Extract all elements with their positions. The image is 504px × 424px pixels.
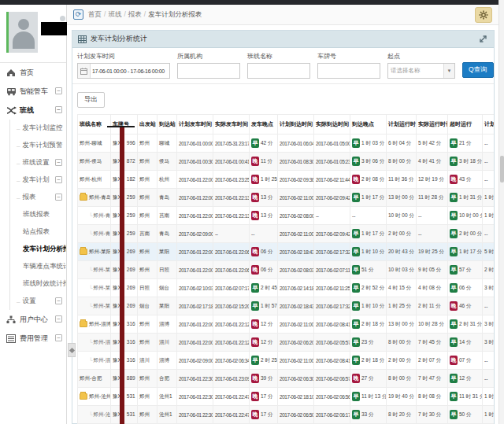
table-row[interactable]: └郑州-淄博豫X316郑州淄川2017-06-01 22:002017-06-0…: [78, 334, 495, 352]
folder-icon[interactable]: [80, 194, 87, 201]
expander-icon[interactable]: −: [55, 159, 62, 166]
sidebar-item-报表[interactable]: –报表−: [10, 189, 66, 206]
table-row[interactable]: 郑州-聊城豫X996郑州聊城2017-06-01 00:002017-05-31…: [78, 135, 495, 153]
sidebar-item-班线设置[interactable]: –班线设置−: [10, 154, 66, 171]
sidebar-item-发车计划[interactable]: –发车计划−: [10, 171, 66, 189]
sidebar-item-车辆准点率统计[interactable]: 车辆准点率统计: [10, 258, 66, 275]
sidebar-item-班线[interactable]: 班线−: [0, 101, 66, 120]
table-row[interactable]: └郑州-淄博豫X316淄川淄博2017-06-02 09:002017-06-0…: [78, 352, 495, 370]
expander-icon[interactable]: −: [55, 194, 62, 201]
sidebar-item-发车计划分析报表[interactable]: 发车计划分析报表: [10, 241, 66, 258]
column-header-实际发车时间[interactable]: 实际发车时间: [213, 115, 250, 135]
table-row[interactable]: └郑州-莱阳豫X269日照烟台2017-06-02 10:032017-06-0…: [78, 279, 495, 297]
query-button[interactable]: Q查询: [462, 62, 494, 78]
sidebar-item-班线报表[interactable]: 班线报表: [10, 206, 66, 223]
early-badge: 早: [450, 319, 458, 329]
table-row[interactable]: 郑州-淄博豫X316郑州淄博2017-06-01 22:002017-06-01…: [78, 315, 495, 334]
table-row[interactable]: 郑州-杭州豫X182郑州杭州2017-06-01 22:002017-06-01…: [78, 171, 495, 189]
vertical-scrollbar[interactable]: [498, 0, 504, 424]
expander-icon[interactable]: −: [55, 315, 62, 323]
breadcrumb-item[interactable]: 班线: [108, 10, 121, 18]
column-header-实际到达时间[interactable]: 实际到达时间: [314, 115, 350, 135]
plan-duration-cell: 13 时 00 分: [387, 189, 417, 207]
table-row[interactable]: └郑州-沧州豫X531郑州沧州12017-06-01 22:302017-06-…: [78, 406, 495, 424]
sidebar-item-设置[interactable]: –设置−: [10, 293, 66, 310]
arrival-delay-cell: 早2 时 18 分: [350, 315, 387, 334]
expander-icon[interactable]: −: [55, 176, 62, 183]
folder-icon[interactable]: [80, 321, 87, 327]
expander-icon[interactable]: −: [55, 297, 62, 304]
table-row[interactable]: └郑州-青岛豫X259郑州莒南2017-06-01 22:002017-06-0…: [78, 207, 495, 225]
breadcrumb[interactable]: 首页/班线/报表/发车计划分析报表: [88, 10, 202, 20]
breadcrumb-item[interactable]: 报表: [128, 10, 142, 18]
plan-departure-cell: 2017-06-01 22:00: [177, 189, 213, 207]
to-station-cell: 聊城: [158, 135, 177, 153]
sidebar-item-首页[interactable]: 首页: [0, 63, 66, 82]
column-header-计划发车时间[interactable]: 计划发车时间: [177, 115, 213, 135]
sidebar-collapse-toggle[interactable]: [68, 343, 76, 357]
sidebar-item-发车计划监控[interactable]: –发车计划监控: [10, 120, 66, 137]
sidebar-item-智能管车[interactable]: 智能管车−: [0, 82, 66, 101]
sidebar-item-费用管理[interactable]: 费用管理−: [0, 329, 66, 348]
late-badge: 晚: [251, 193, 259, 202]
column-header-到达站[interactable]: 到达站: [158, 115, 177, 135]
expander-icon[interactable]: −: [55, 334, 62, 341]
breadcrumb-item[interactable]: 发车计划分析报表: [148, 10, 202, 18]
gear-button[interactable]: [475, 7, 492, 23]
overtime-cell: 早14 分: [448, 334, 483, 352]
table-row[interactable]: └郑州-莱阳豫X269烟台莱阳2017-06-02 17:182017-06-0…: [78, 297, 495, 315]
expand-panel-icon[interactable]: [478, 34, 488, 44]
column-header-计划运行时长[interactable]: 计划运行时长: [387, 115, 417, 135]
route-name-input[interactable]: [248, 64, 309, 78]
sidebar-item-站点报表[interactable]: 站点报表: [10, 223, 66, 241]
extra-cell: 2 时: [483, 261, 495, 279]
table-row[interactable]: 郑州-沧州豫X531郑州沧州12017-06-01 22:302017-06-0…: [78, 388, 495, 406]
column-header-超时运行[interactable]: 超时运行: [448, 115, 483, 135]
actual-arrival-cell: 2017-06-01 05:00: [314, 135, 350, 153]
column-header-发车晚点[interactable]: 发车晚点: [250, 115, 278, 135]
extra-cell: 1 时: [483, 406, 495, 424]
folder-icon[interactable]: [80, 249, 87, 255]
column-header-计划到达时间[interactable]: 计划到达时间: [278, 115, 314, 135]
folder-icon[interactable]: [80, 393, 87, 400]
table-row[interactable]: └郑州-莱阳豫X269郑州日照2017-06-01 22:002017-06-0…: [78, 261, 495, 279]
table-row[interactable]: 郑州-合肥豫X889郑州合肥2017-06-01 22:302017-06-01…: [78, 370, 495, 388]
table-row[interactable]: └郑州-青岛豫X259莒南青岛2017-06-02 09:00----2017-…: [78, 225, 495, 243]
table-row[interactable]: 郑州-莱阳豫X269郑州莱阳2017-06-01 22:002017-06-01…: [78, 243, 495, 261]
to-station-cell: 杭州: [158, 171, 177, 189]
from-station-cell: 烟台: [138, 297, 158, 315]
route-cell: └郑州-淄博: [78, 352, 111, 370]
expander-icon[interactable]: −: [55, 106, 62, 113]
column-header-出发站[interactable]: 出发站: [138, 115, 158, 135]
table-row[interactable]: 郑州-青岛豫X259郑州青岛2017-06-01 22:002017-06-01…: [78, 189, 495, 207]
sidebar-item-用户中心[interactable]: 用户中心−: [0, 310, 66, 329]
column-header-计划[interactable]: 计划: [483, 115, 495, 135]
plate-number-input[interactable]: [318, 64, 380, 78]
early-badge: 早: [352, 229, 360, 238]
sidebar-item-发车计划预警[interactable]: –发车计划预警: [10, 137, 66, 154]
column-header-实际运行时长[interactable]: 实际运行时长: [417, 115, 448, 135]
refresh-icon[interactable]: ⟳: [73, 9, 83, 20]
scrollbar-handle[interactable]: [500, 156, 504, 183]
organization-input[interactable]: [178, 64, 239, 78]
column-header-班线名称[interactable]: 班线名称: [78, 115, 111, 135]
table-row[interactable]: 郑州-侯马豫X872郑州侯马2017-06-01 00:302017-06-01…: [78, 153, 495, 171]
late-badge: 晚: [450, 175, 458, 184]
breadcrumb-item[interactable]: 首页: [88, 10, 102, 18]
plate-suffix: 269: [127, 267, 135, 272]
plan-departure-time-input[interactable]: [91, 64, 169, 78]
early-badge: 早: [352, 392, 360, 401]
filter-route-name: 班线名称: [247, 52, 310, 79]
sidebar-item-label: 首页: [20, 68, 34, 78]
sidebar-item-班线时效统计报表[interactable]: 班线时效统计报表: [10, 275, 66, 293]
actual-departure-cell: 2017-06-01 22:12: [213, 315, 250, 334]
export-button[interactable]: 导出: [77, 92, 105, 108]
column-header-到达晚点[interactable]: 到达晚点: [350, 115, 387, 135]
origin-select[interactable]: 请选择名称 ▼: [387, 63, 455, 79]
plate-suffix: 531: [127, 411, 135, 417]
calendar-icon[interactable]: [78, 64, 91, 78]
actual-departure-cell: 2017-05-31 23:17: [213, 135, 250, 153]
user-profile-box[interactable]: [0, 5, 66, 63]
extra-cell: 3 时: [483, 279, 495, 297]
expander-icon[interactable]: −: [55, 87, 62, 94]
